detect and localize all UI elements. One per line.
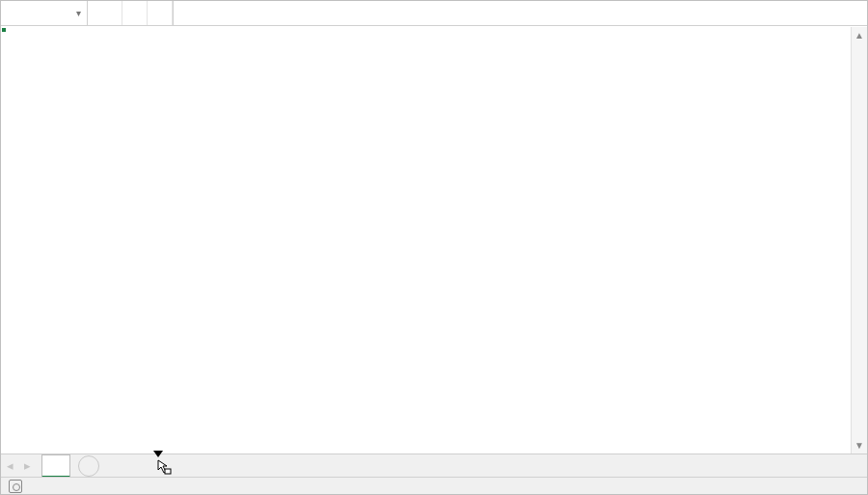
worksheet-grid[interactable] [1,27,867,454]
excel-window: ▾ ▲ ▼ ◂ ▸ [0,0,868,495]
scroll-down-icon[interactable]: ▼ [852,437,867,454]
enter-button[interactable] [122,1,148,25]
fill-handle[interactable] [1,27,7,33]
formula-input[interactable] [173,1,867,25]
tab-nav-prev[interactable]: ◂ [1,458,18,473]
tab-nav-next[interactable]: ▸ [18,458,36,473]
cancel-button[interactable] [97,1,122,25]
insert-function-button[interactable] [148,1,173,25]
tab-drag-marker-icon [153,451,163,457]
name-box[interactable]: ▾ [1,1,88,25]
sheet-tab-active[interactable] [41,454,70,478]
selection-border [1,27,5,31]
drag-cursor-icon [156,459,172,478]
status-bar [1,477,867,494]
scroll-up-icon[interactable]: ▲ [852,27,867,43]
vertical-scrollbar[interactable]: ▲ ▼ [851,27,867,454]
sheet-tab-bar: ◂ ▸ [1,454,867,477]
name-box-dropdown-icon[interactable]: ▾ [76,8,81,18]
new-sheet-button[interactable] [78,455,99,477]
svg-rect-0 [165,469,171,474]
record-macro-icon[interactable] [9,480,22,493]
formula-bar: ▾ [1,1,867,26]
